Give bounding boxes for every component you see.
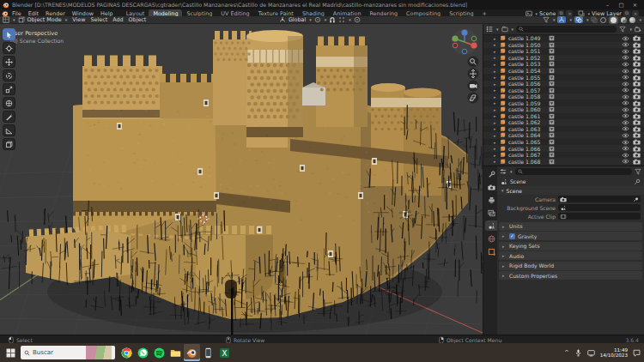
properties-search-input[interactable] xyxy=(515,168,632,175)
outliner-row[interactable]: ▸castle 1.053 xyxy=(483,61,644,68)
disable-render-icon[interactable] xyxy=(633,87,641,94)
properties-tab-object[interactable] xyxy=(485,246,497,256)
hide-viewport-icon[interactable] xyxy=(622,100,629,106)
object-name[interactable]: castle 1.056 xyxy=(508,81,540,87)
taskbar-app-chrome[interactable] xyxy=(118,344,135,361)
hide-viewport-icon[interactable] xyxy=(622,120,629,125)
search-highlight-thumbnail[interactable] xyxy=(86,346,112,359)
eyedropper-icon[interactable] xyxy=(633,196,639,202)
clock[interactable]: 11:49 14/10/2023 xyxy=(600,347,628,359)
snap-magnet-icon[interactable] xyxy=(329,16,336,23)
disable-render-icon[interactable] xyxy=(633,55,641,61)
viewport-3d[interactable]: User Perspective (0) Scene Collection xyxy=(0,24,483,335)
hide-viewport-icon[interactable] xyxy=(622,140,629,145)
outliner-display-mode-icon[interactable] xyxy=(486,26,493,33)
viewport-menu-object[interactable]: Object xyxy=(126,16,149,23)
hide-viewport-icon[interactable] xyxy=(622,153,629,158)
outliner-row[interactable]: ▸castle 1.058 xyxy=(483,94,644,100)
hide-viewport-icon[interactable] xyxy=(622,107,629,112)
expand-caret-icon[interactable]: ▸ xyxy=(494,107,498,112)
properties-tab-scene[interactable] xyxy=(485,220,497,231)
object-name[interactable]: castle 1.064 xyxy=(508,132,540,138)
gizmos-toggle[interactable] xyxy=(557,16,566,23)
expand-caret-icon[interactable]: ▸ xyxy=(494,49,498,54)
outliner-row[interactable]: ▸castle 1.051 xyxy=(483,48,644,55)
disable-render-icon[interactable] xyxy=(633,68,641,74)
taskbar-app-whatsapp[interactable] xyxy=(135,344,151,361)
viewport-menu-view[interactable]: View xyxy=(70,16,88,23)
tool-move[interactable] xyxy=(3,56,15,68)
tray-expand-icon[interactable]: ^ xyxy=(564,349,569,356)
disable-render-icon[interactable] xyxy=(633,75,641,81)
outliner-row[interactable]: ▸castle 1.067 xyxy=(483,152,644,159)
outliner-row[interactable]: ▸castle 1.060 xyxy=(483,106,644,113)
hide-viewport-icon[interactable] xyxy=(622,55,629,60)
disable-render-icon[interactable] xyxy=(633,106,641,112)
taskbar-app-explorer[interactable] xyxy=(167,344,184,361)
tool-transform[interactable] xyxy=(3,97,15,109)
editor-type-icon[interactable] xyxy=(3,16,9,23)
pin-icon[interactable] xyxy=(634,178,641,185)
disable-render-icon[interactable] xyxy=(633,94,641,100)
object-name[interactable]: castle 1.061 xyxy=(508,113,540,119)
hide-viewport-icon[interactable] xyxy=(622,133,629,138)
maximize-button[interactable]: ▢ xyxy=(615,1,628,9)
hide-viewport-icon[interactable] xyxy=(622,36,629,41)
taskbar-app-your-phone[interactable] xyxy=(200,344,216,361)
outliner-row[interactable]: ▸castle 1.063 xyxy=(483,126,644,133)
hide-viewport-icon[interactable] xyxy=(622,75,629,80)
shading-solid-button[interactable] xyxy=(609,16,618,24)
properties-tab-tool[interactable] xyxy=(485,169,497,179)
outliner-row[interactable]: ▸castle 1.068 xyxy=(483,158,644,165)
mode-selector[interactable]: Object Mode xyxy=(27,16,62,23)
outliner-row[interactable]: ▸castle 1.061 xyxy=(483,113,644,120)
hide-viewport-icon[interactable] xyxy=(622,126,629,131)
disable-render-icon[interactable] xyxy=(633,119,641,125)
outliner-row[interactable]: ▸castle 1.057 xyxy=(483,87,644,94)
expand-caret-icon[interactable]: ▸ xyxy=(494,159,498,164)
disable-render-icon[interactable] xyxy=(633,146,641,152)
hide-viewport-icon[interactable] xyxy=(622,87,629,93)
outliner-row[interactable]: ▸castle 1.054 xyxy=(483,68,644,75)
microphone-icon[interactable] xyxy=(574,349,582,357)
panel-gravity[interactable]: ▸✓Gravity xyxy=(499,232,642,240)
orientation-selector[interactable]: Global xyxy=(289,16,306,23)
hide-viewport-icon[interactable] xyxy=(622,94,629,100)
expand-caret-icon[interactable]: ▸ xyxy=(494,133,498,138)
hide-viewport-icon[interactable] xyxy=(622,146,629,151)
viewport-menu-add[interactable]: Add xyxy=(110,16,125,23)
expand-caret-icon[interactable]: ▸ xyxy=(494,94,498,100)
tool-annotate[interactable] xyxy=(3,111,15,123)
disable-render-icon[interactable] xyxy=(633,113,641,119)
breadcrumb-label[interactable]: Scene xyxy=(510,178,526,184)
scene-panel-header[interactable]: ▾ Scene xyxy=(497,186,644,195)
taskbar-app-excel[interactable]: X xyxy=(216,344,233,361)
viewport-canvas[interactable] xyxy=(0,24,483,335)
orientation-icon[interactable] xyxy=(279,16,286,23)
object-name[interactable]: castle 1.049 xyxy=(508,35,540,41)
gravity-checkbox[interactable]: ✓ xyxy=(509,233,515,239)
expand-caret-icon[interactable]: ▸ xyxy=(494,55,498,60)
shading-rendered-button[interactable] xyxy=(629,17,635,23)
taskbar-app-spotify[interactable] xyxy=(151,344,167,361)
expand-caret-icon[interactable]: ▸ xyxy=(494,120,498,125)
object-name[interactable]: castle 1.068 xyxy=(508,159,540,165)
pivot-point-icon[interactable] xyxy=(314,16,321,23)
expand-caret-icon[interactable]: ▸ xyxy=(494,62,498,67)
expand-caret-icon[interactable]: ▸ xyxy=(494,75,498,80)
expand-caret-icon[interactable]: ▸ xyxy=(494,36,498,41)
expand-caret-icon[interactable]: ▸ xyxy=(494,81,498,87)
expand-caret-icon[interactable]: ▸ xyxy=(494,153,498,158)
outliner-row[interactable]: ▸castle 1.066 xyxy=(483,145,644,152)
object-name[interactable]: castle 1.050 xyxy=(508,42,540,48)
outliner-search-input[interactable] xyxy=(516,26,617,33)
object-name[interactable]: castle 1.053 xyxy=(508,61,540,67)
object-name[interactable]: castle 1.059 xyxy=(508,100,540,106)
disable-render-icon[interactable] xyxy=(633,139,641,145)
expand-caret-icon[interactable]: ▸ xyxy=(494,146,498,151)
object-name[interactable]: castle 1.062 xyxy=(508,119,540,125)
disable-render-icon[interactable] xyxy=(633,42,641,48)
panel-rigid-body-world[interactable]: ▸Rigid Body World xyxy=(499,262,642,270)
expand-caret-icon[interactable]: ▸ xyxy=(494,126,498,131)
proportional-editing-icon[interactable] xyxy=(354,16,361,23)
